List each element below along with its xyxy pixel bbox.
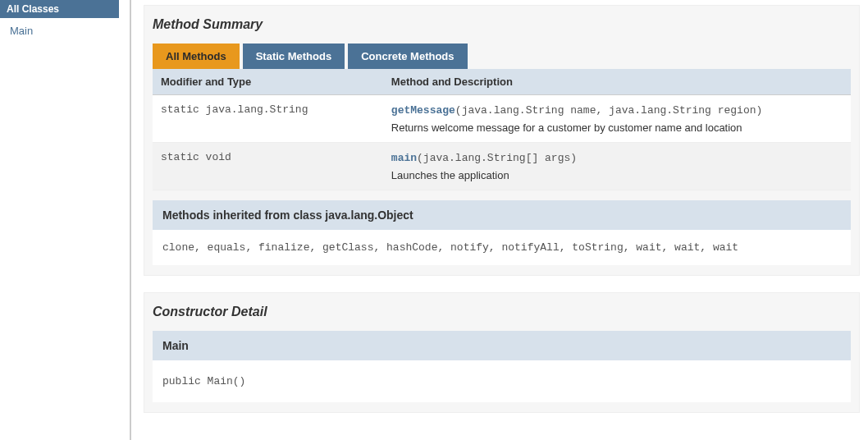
tab-all-methods[interactable]: All Methods (153, 44, 240, 69)
constructor-name: Main (153, 331, 851, 360)
method-signature: (java.lang.String[] args) (417, 152, 577, 164)
sidebar-link-main[interactable]: Main (0, 18, 119, 44)
tab-concrete-methods[interactable]: Concrete Methods (348, 44, 467, 69)
method-summary-section: Method Summary All Methods Static Method… (144, 5, 860, 276)
method-description: Launches the application (391, 169, 843, 181)
col-method-desc: Method and Description (383, 69, 851, 95)
constructor-detail-section: Constructor Detail Main public Main() (144, 292, 860, 413)
method-cell: getMessage(java.lang.String name, java.l… (383, 95, 851, 143)
main-content: Method Summary All Methods Static Method… (144, 0, 860, 440)
vertical-divider (130, 0, 131, 440)
sidebar: All Classes Main (0, 0, 119, 440)
constructor-detail-title: Constructor Detail (144, 293, 859, 331)
method-signature: (java.lang.String name, java.lang.String… (455, 104, 762, 117)
inherited-methods-list: clone, equals, finalize, getClass, hashC… (153, 230, 851, 265)
sidebar-header: All Classes (0, 0, 119, 18)
table-row: static void main(java.lang.String[] args… (153, 143, 851, 190)
method-tabs: All Methods Static Methods Concrete Meth… (144, 44, 859, 69)
tab-static-methods[interactable]: Static Methods (243, 44, 345, 69)
modifier-cell: static void (153, 143, 383, 190)
method-summary-title: Method Summary (144, 6, 859, 44)
method-link-getmessage[interactable]: getMessage (391, 104, 455, 117)
col-modifier: Modifier and Type (153, 69, 383, 95)
method-cell: main(java.lang.String[] args) Launches t… (383, 143, 851, 190)
method-description: Returns welcome message for a customer b… (391, 121, 843, 134)
inherited-methods-header: Methods inherited from class java.lang.O… (153, 200, 851, 230)
constructor-signature: public Main() (153, 360, 851, 402)
methods-table: Modifier and Type Method and Description… (153, 69, 851, 190)
modifier-cell: static java.lang.String (153, 95, 383, 143)
method-link-main[interactable]: main (391, 152, 417, 164)
table-row: static java.lang.String getMessage(java.… (153, 95, 851, 143)
